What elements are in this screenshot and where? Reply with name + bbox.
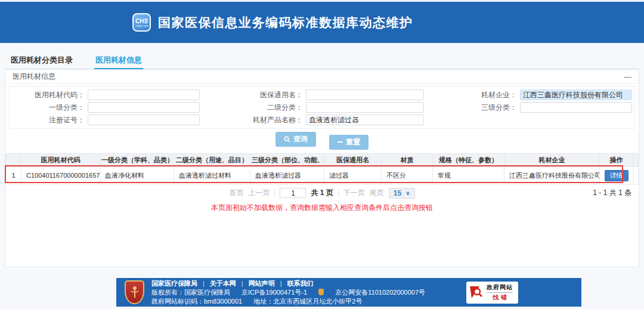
main-panel: 医用耗材信息 — 医用耗材代码： 医保通用名： 耗材企业： 一级分类： 二级分类… xyxy=(5,69,639,267)
col-code: 医用耗材代码 xyxy=(21,153,100,166)
cat1-cell: 血液净化材料 xyxy=(100,166,174,184)
chevron-down-icon: ∨ xyxy=(405,190,410,196)
total-pages-label: 共 1 页 xyxy=(311,188,333,198)
site-error-report-badge[interactable]: 政府网站 找错 xyxy=(466,282,518,304)
consumable-code-field[interactable] xyxy=(88,89,200,100)
panel-title: 医用耗材信息 xyxy=(13,72,55,82)
prev-page-link[interactable]: 上一页 xyxy=(248,188,270,198)
pager-divider xyxy=(338,190,339,197)
footer-link-about[interactable]: 关于本网 xyxy=(197,280,236,287)
first-page-link[interactable]: 首页 xyxy=(229,188,243,198)
col-cat1: 一级分类（学科、品类） xyxy=(100,153,174,166)
material-cell: 不区分 xyxy=(382,166,433,184)
filler-cell xyxy=(633,166,639,184)
footer-nav: 国家医疗保障局关于本网网站声明联系我们 xyxy=(151,279,435,288)
generic-name-label: 医保通用名： xyxy=(209,90,306,100)
category1-label: 一级分类： xyxy=(12,103,88,113)
company-label: 耗材企业： xyxy=(431,90,520,100)
police-record-link[interactable]: 京公网安备11010202000007号 xyxy=(335,289,425,296)
error-badge-line1: 政府网站 xyxy=(487,283,513,293)
product-name-field[interactable] xyxy=(306,115,424,125)
page-number-input[interactable] xyxy=(280,188,306,198)
logo-text: CHS xyxy=(135,18,148,24)
form-spacer xyxy=(431,115,632,125)
consumable-code-label: 医用耗材代码： xyxy=(12,90,88,100)
footer-link-statement[interactable]: 网站声明 xyxy=(236,280,275,287)
page-size-value: 15 xyxy=(394,189,401,197)
footer-copyright-line: 版权所有：国家医疗保障局 京ICP备19000471号-1 京公网安备11010… xyxy=(151,288,435,296)
company-field[interactable] xyxy=(520,89,632,100)
page-title: 国家医保信息业务编码标准数据库动态维护 xyxy=(158,14,413,31)
col-generic-name: 医保通用名 xyxy=(324,153,382,166)
generic-name-field[interactable] xyxy=(306,89,424,100)
register-no-label: 注册证号： xyxy=(12,115,88,125)
search-button[interactable]: 查询 xyxy=(275,132,316,147)
cat2-cell: 血液透析滤过材料 xyxy=(174,166,250,184)
minus-icon xyxy=(338,141,343,143)
col-filler xyxy=(633,153,639,166)
category3-field[interactable] xyxy=(520,102,632,113)
search-icon xyxy=(284,136,290,143)
search-form: 医用耗材代码： 医保通用名： 耗材企业： 一级分类： 二级分类： 三级分类： 注… xyxy=(9,86,635,129)
category2-label: 二级分类： xyxy=(209,103,306,113)
form-actions: 查询 重置 xyxy=(5,129,639,153)
table-header-row: 医用耗材代码 一级分类（学科、品类） 二级分类（用途、品目） 三级分类（部位、功… xyxy=(6,153,639,166)
table-row[interactable]: 1 C1004011670000001657 血液净化材料 血液透析滤过材料 血… xyxy=(6,166,639,184)
category2-field[interactable] xyxy=(306,102,424,113)
generic-name-cell: 滤过器 xyxy=(324,166,382,184)
category3-label: 三级分类： xyxy=(431,103,520,113)
reset-button[interactable]: 重置 xyxy=(329,135,369,150)
cat3-cell: 血液透析滤过器 xyxy=(250,166,324,184)
footer-address-line: 政府网站标识码：bm83000001 地址：北京市西城区月坛北小街甲2号 xyxy=(151,297,435,305)
col-material: 材质 xyxy=(382,153,433,166)
chs-logo-icon: CHS 中国医疗保障 xyxy=(132,13,151,32)
col-company: 耗材企业 xyxy=(504,153,600,166)
spec-cell: 常规 xyxy=(433,166,504,184)
icp-link[interactable]: 京ICP备19000471号-1 xyxy=(242,289,307,296)
pagination: 首页 上一页 共 1 页 下一页 尾页 15 ∨ 1 - 1 共 1 条 xyxy=(5,185,639,200)
footer: 国家医疗保障局关于本网网站声明联系我们 版权所有：国家医疗保障局 京ICP备19… xyxy=(116,278,581,307)
col-cat3: 三级分类（部位、功能、品种） xyxy=(250,153,324,166)
product-name-label: 耗材产品名称： xyxy=(209,115,306,125)
footer-link-nhsa[interactable]: 国家医疗保障局 xyxy=(151,280,197,287)
next-page-link[interactable]: 下一页 xyxy=(343,188,365,198)
last-page-link[interactable]: 尾页 xyxy=(370,188,384,198)
action-cell: 详情 xyxy=(600,166,633,184)
code-cell: C1004011670000001657 xyxy=(21,166,100,184)
page-size-select[interactable]: 15 ∨ xyxy=(389,188,415,199)
site-code-text: 政府网站标识码：bm83000001 xyxy=(151,298,242,305)
police-badge-icon xyxy=(318,289,324,295)
load-notice: 本页面初始不加载数据，查询数据需输入相应查询条件后点击查询按钮 xyxy=(5,200,639,215)
tab-consumable-info[interactable]: 医用耗材信息 xyxy=(94,51,143,69)
tab-bar: 医用耗材分类目录 医用耗材信息 xyxy=(5,51,639,69)
col-spec: 规格（特征、参数） xyxy=(433,153,504,166)
col-cat2: 二级分类（用途、品目） xyxy=(174,153,250,166)
logo-subtext: 中国医疗保障 xyxy=(135,24,148,27)
company-cell: 江西三鑫医疗科技股份有限公司 xyxy=(504,166,600,184)
register-no-field[interactable] xyxy=(88,115,200,125)
error-badge-line2: 找错 xyxy=(487,293,513,302)
panel-header: 医用耗材信息 — xyxy=(5,70,639,84)
pager-divider xyxy=(274,190,275,197)
results-table-wrap: 医用耗材代码 一级分类（学科、品类） 二级分类（用途、品目） 三级分类（部位、功… xyxy=(5,153,639,185)
footer-link-contact[interactable]: 联系我们 xyxy=(275,280,314,287)
error-report-magnifier-icon xyxy=(469,286,484,299)
detail-button[interactable]: 详情 xyxy=(605,170,628,181)
address-text: 地址：北京市西城区月坛北小街甲2号 xyxy=(253,298,362,305)
gov-emblem-icon xyxy=(125,280,144,304)
footer-text: 国家医疗保障局关于本网网站声明联系我们 版权所有：国家医疗保障局 京ICP备19… xyxy=(151,279,435,305)
col-index xyxy=(6,153,21,166)
col-action: 操作 xyxy=(600,153,633,166)
copyright-text: 版权所有：国家医疗保障局 xyxy=(151,289,230,296)
range-info: 1 - 1 共 1 条 xyxy=(593,188,631,198)
tab-consumable-catalog[interactable]: 医用耗材分类目录 xyxy=(10,51,74,69)
app-header: CHS 中国医疗保障 国家医保信息业务编码标准数据库动态维护 xyxy=(0,2,644,43)
results-table: 医用耗材代码 一级分类（学科、品类） 二级分类（用途、品目） 三级分类（部位、功… xyxy=(5,153,639,185)
category1-field[interactable] xyxy=(88,102,200,113)
collapse-icon[interactable]: — xyxy=(624,73,631,81)
row-index-cell: 1 xyxy=(6,166,21,184)
